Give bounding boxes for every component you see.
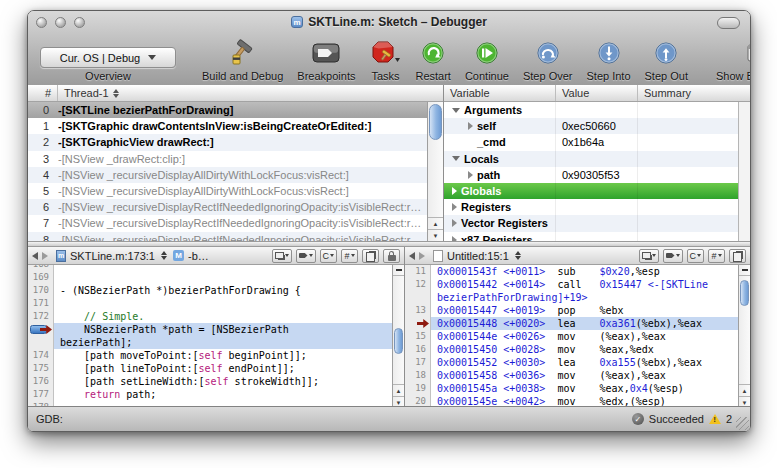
code-text[interactable]: 0x00015448 <+0020> lea 0xa361(%ebx),%eax <box>431 317 738 330</box>
stack-frame-row[interactable]: 8-[NSView _recursiveDisplayRectIfNeededI… <box>28 232 427 242</box>
line-number-gutter[interactable]: 19 <box>405 382 431 395</box>
line-number-gutter[interactable] <box>405 291 431 304</box>
line-number-gutter[interactable]: 177 <box>28 388 54 401</box>
breakpoint-menu-button[interactable] <box>296 249 316 263</box>
code-text[interactable]: bezierPathForDrawing]+19> <box>431 291 738 304</box>
code-text[interactable]: 0x00015442 <+0014> call 0x15447 <-[SKTLi… <box>431 278 738 291</box>
code-line[interactable]: 150x0001544e <+0026> mov (%eax),%eax <box>405 330 738 343</box>
disclosure-triangle-icon[interactable] <box>452 219 457 227</box>
line-number-gutter[interactable]: 16 <box>405 343 431 356</box>
stack-frame-row[interactable]: 7-[NSView _recursiveDisplayRectIfNeededI… <box>28 215 427 231</box>
code-line[interactable]: 172 // Simple. <box>28 310 392 323</box>
forward-arrow-icon[interactable] <box>419 252 425 260</box>
variable-row[interactable]: Arguments <box>444 102 738 118</box>
disclosure-triangle-icon[interactable] <box>452 156 460 161</box>
line-stepper-icon[interactable] <box>161 251 167 260</box>
marker-popup-button[interactable]: # <box>708 249 725 263</box>
code-line[interactable]: 190x0001545a <+0038> mov %eax,0x4(%esp) <box>405 382 738 395</box>
stack-frame-row[interactable]: 4-[NSView _recursiveDisplayAllDirtyWithL… <box>28 167 427 183</box>
scroll-up-arrow[interactable]: ▲ <box>428 217 443 229</box>
variable-row[interactable]: x87 Registers <box>444 232 738 242</box>
stack-frame-row[interactable]: 0-[SKTLine bezierPathForDrawing] <box>28 102 427 118</box>
forward-arrow-icon[interactable] <box>42 252 48 260</box>
line-number-gutter[interactable]: 13 <box>405 304 431 317</box>
variables-scrollbar[interactable] <box>738 102 750 241</box>
variable-row[interactable]: _cmd0x1b64a <box>444 134 738 150</box>
code-text[interactable]: 0x0001544e <+0026> mov (%eax),%eax <box>431 330 738 343</box>
disassembly-scrollbar[interactable]: ▲ ▼ <box>738 265 750 408</box>
disclosure-triangle-icon[interactable] <box>452 108 460 113</box>
code-text[interactable]: NSBezierPath *path = [NSBezierPath <box>54 323 392 336</box>
stack-frame-row[interactable]: 1-[SKTGraphic drawContentsInView:isBeing… <box>28 118 427 134</box>
variables-col-variable[interactable]: Variable <box>444 85 556 101</box>
scroll-up-arrow[interactable]: ▲ <box>739 384 750 396</box>
duplicate-button[interactable] <box>362 249 379 263</box>
stack-frame-row[interactable]: 5-[NSView _recursiveDisplayAllDirtyWithL… <box>28 183 427 199</box>
code-line[interactable]: 174 [path moveToPoint:[self beginPoint]]… <box>28 349 392 362</box>
code-line[interactable]: bezierPath]; <box>28 336 392 349</box>
code-text[interactable] <box>54 297 392 310</box>
code-text[interactable]: // Simple. <box>54 310 392 323</box>
code-text[interactable]: - (NSBezierPath *)bezierPathForDrawing { <box>54 284 392 297</box>
code-text[interactable]: 0x00015452 <+0030> lea 0xa155(%ebx),%eax <box>431 356 738 369</box>
stack-col-num[interactable]: # <box>28 85 58 101</box>
disclosure-triangle-icon[interactable] <box>468 171 473 179</box>
function-popup[interactable]: -b… <box>188 250 209 262</box>
warning-count[interactable]: 2 <box>726 413 732 425</box>
code-text[interactable]: 0x00015458 <+0036> mov (%eax),%eax <box>431 369 738 382</box>
line-number-gutter[interactable]: 12 <box>405 278 431 291</box>
variable-row[interactable]: Vector Registers <box>444 215 738 231</box>
source-file-popup[interactable]: SKTLine.m:173:1 <box>70 250 155 262</box>
line-number-gutter[interactable]: 175 <box>28 362 54 375</box>
disassembly-file-popup[interactable]: Untitled:15:1 <box>447 250 509 262</box>
minimize-button[interactable] <box>55 17 66 28</box>
build-and-debug-button[interactable]: Build and Debug <box>202 38 283 82</box>
duplicate-button[interactable] <box>729 249 746 263</box>
code-line[interactable]: 0x00015448 <+0020> lea 0xa361(%ebx),%eax <box>405 317 738 330</box>
variable-row[interactable]: Registers <box>444 199 738 215</box>
code-line[interactable]: 171 <box>28 297 392 310</box>
zoom-button[interactable] <box>74 17 85 28</box>
overview-popup[interactable]: Cur. OS | Debug <box>40 47 176 68</box>
disclosure-triangle-icon[interactable] <box>452 203 457 211</box>
disassembly-code-area[interactable]: 110x0001543f <+0011> sub $0x20,%esp120x0… <box>405 265 738 408</box>
code-text[interactable]: 0x0001543f <+0011> sub $0x20,%esp <box>431 265 738 278</box>
variable-row[interactable]: path0x90305f53 <box>444 167 738 183</box>
code-text[interactable]: 0x0001545a <+0038> mov %eax,0x4(%esp) <box>431 382 738 395</box>
variable-row[interactable]: self0xec50660 <box>444 118 738 134</box>
source-scrollbar[interactable]: ▲ ▼ <box>392 265 404 408</box>
line-number-gutter[interactable]: 17 <box>405 356 431 369</box>
code-text[interactable]: bezierPath]; <box>54 336 392 349</box>
code-line[interactable]: NSBezierPath *path = [NSBezierPath <box>28 323 392 336</box>
line-number-gutter[interactable]: 170 <box>28 284 54 297</box>
split-editor-button[interactable] <box>393 265 404 276</box>
source-code-area[interactable]: 168169170- (NSBezierPath *)bezierPathFor… <box>28 265 392 408</box>
code-line[interactable]: 177 return path; <box>28 388 392 401</box>
tasks-button[interactable]: Tasks <box>369 38 401 82</box>
code-text[interactable]: [path moveToPoint:[self beginPoint]]; <box>54 349 392 362</box>
step-out-button[interactable]: Step Out <box>645 38 688 82</box>
lock-button[interactable] <box>383 249 400 263</box>
continue-button[interactable]: Continue <box>465 38 509 82</box>
breakpoints-button[interactable]: Breakpoints <box>297 38 355 82</box>
stack-frame-row[interactable]: 6-[NSView _recursiveDisplayRectIfNeededI… <box>28 199 427 215</box>
code-line[interactable]: 170x00015452 <+0030> lea 0xa155(%ebx),%e… <box>405 356 738 369</box>
code-line[interactable]: 110x0001543f <+0011> sub $0x20,%esp <box>405 265 738 278</box>
line-number-gutter[interactable]: 11 <box>405 265 431 278</box>
marker-popup-button[interactable]: # <box>341 249 358 263</box>
close-button[interactable] <box>36 17 47 28</box>
titlebar[interactable]: m SKTLine.m: Sketch – Debugger <box>28 11 750 33</box>
disclosure-triangle-icon[interactable] <box>452 187 457 195</box>
line-number-gutter[interactable]: 172 <box>28 310 54 323</box>
back-arrow-icon[interactable] <box>32 252 38 260</box>
code-line[interactable]: 169 <box>28 271 392 284</box>
code-line[interactable]: 176 [path setLineWidth:[self strokeWidth… <box>28 375 392 388</box>
code-text[interactable]: [path setLineWidth:[self strokeWidth]]; <box>54 375 392 388</box>
line-number-gutter[interactable] <box>405 317 431 330</box>
code-line[interactable]: 170- (NSBezierPath *)bezierPathForDrawin… <box>28 284 392 297</box>
source-scrollbar-thumb[interactable] <box>394 328 403 354</box>
line-number-gutter[interactable]: 169 <box>28 271 54 284</box>
code-line[interactable]: 130x00015447 <+0019> pop %ebx <box>405 304 738 317</box>
variable-row[interactable]: Globals <box>444 183 738 199</box>
code-text[interactable]: 0x00015447 <+0019> pop %ebx <box>431 304 738 317</box>
